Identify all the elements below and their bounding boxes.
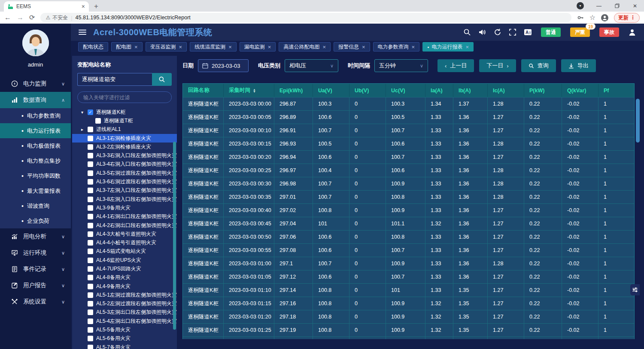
sidebar-subitem-7[interactable]: •企业负荷 — [0, 213, 71, 228]
alarm-level-button-2[interactable]: 事故 — [599, 27, 619, 37]
column-header-0[interactable]: 回路名称 — [183, 84, 224, 97]
tree-checkbox[interactable] — [88, 205, 93, 211]
tab-close-icon[interactable]: × — [82, 3, 85, 10]
column-header-8[interactable]: Ic(A) — [488, 84, 524, 97]
window-minimize-button[interactable]: — — [590, 0, 608, 12]
tree-item-4[interactable]: AL3-2左洞检修插座火灾 — [72, 143, 177, 151]
tree-checkbox[interactable] — [88, 188, 93, 193]
reload-icon[interactable]: ⟳ — [29, 14, 35, 21]
tree-checkbox[interactable] — [88, 231, 93, 237]
tab-7[interactable]: 电力参数查询× — [373, 42, 420, 52]
tree-checkbox[interactable] — [88, 266, 93, 272]
volume-icon[interactable] — [478, 28, 486, 36]
column-header-11[interactable]: Pf — [598, 84, 634, 97]
tree-checkbox[interactable] — [88, 310, 93, 315]
column-header-5[interactable]: Uc(V) — [386, 84, 425, 97]
window-restore-button[interactable] — [608, 0, 626, 12]
table-scrollbar[interactable] — [636, 99, 640, 143]
tree-item-21[interactable]: AL5-1左洞过渡段左侧加强照明火灾 — [72, 291, 177, 299]
new-tab-button[interactable]: + — [91, 1, 102, 12]
close-icon[interactable]: × — [134, 44, 138, 50]
back-icon[interactable]: ← — [4, 14, 11, 21]
close-icon[interactable]: × — [179, 44, 182, 50]
tree-item-0[interactable]: ▾✓逐桐隧道K柜 — [72, 108, 177, 116]
query-button[interactable]: 查询 — [521, 59, 556, 72]
window-close-button[interactable]: ✕ — [626, 0, 644, 12]
station-search-button[interactable] — [152, 73, 172, 86]
tree-checkbox[interactable] — [88, 214, 93, 219]
column-header-10[interactable]: Q(kVar) — [562, 84, 598, 97]
next-day-button[interactable]: 下一日 › — [479, 59, 516, 72]
sidebar-item-2[interactable]: 用电分析∨ — [0, 228, 71, 245]
hamburger-menu-icon[interactable] — [79, 30, 86, 35]
tree-item-27[interactable]: AL5-7备用火灾 — [72, 343, 177, 349]
close-icon[interactable]: × — [228, 44, 232, 50]
tree-item-15[interactable]: AL4-4小桩号引道照明火灾 — [72, 238, 177, 247]
close-icon[interactable]: × — [268, 44, 271, 50]
sidebar-subitem-2[interactable]: •电力极值报表 — [0, 138, 71, 153]
tree-checkbox[interactable] — [88, 240, 93, 246]
interval-select[interactable]: 五分钟 ∨ — [374, 59, 428, 72]
sidebar-subitem-3[interactable]: •电力整点集抄 — [0, 153, 71, 168]
tree-item-5[interactable]: AL3-3右洞入口段左侧加强照明火灾 — [72, 151, 177, 160]
caret-down-icon[interactable]: ▾ — [80, 110, 85, 115]
sidebar-item-1[interactable]: 数据查询∧ — [0, 92, 71, 108]
tab-4[interactable]: 漏电监测× — [240, 42, 276, 52]
tree-checkbox[interactable]: ✓ — [88, 109, 93, 115]
column-header-2[interactable]: Epi(kWh) — [274, 84, 313, 97]
tab-8[interactable]: ●电力运行报表× — [422, 42, 474, 52]
fullscreen-icon[interactable] — [509, 28, 516, 36]
tree-item-11[interactable]: AL3-9备用火灾 — [72, 203, 177, 212]
tab-6[interactable]: 报警信息× — [334, 42, 370, 52]
tree-checkbox[interactable] — [88, 258, 93, 263]
browser-profile-icon[interactable]: ▾ — [577, 2, 584, 9]
browser-avatar-icon[interactable] — [601, 14, 608, 21]
tree-checkbox[interactable] — [88, 319, 93, 324]
tree-item-2[interactable]: ▸进线柜AL1 — [72, 125, 177, 134]
close-icon[interactable]: × — [465, 44, 469, 50]
forward-icon[interactable]: → — [17, 14, 24, 21]
tree-item-9[interactable]: AL3-7左洞入口段左侧加强照明火灾 — [72, 186, 177, 195]
tree-scrollbar[interactable] — [173, 142, 176, 330]
tree-item-23[interactable]: AL5-3左洞出口段左侧加强照明火灾 — [72, 308, 177, 317]
tree-item-12[interactable]: AL4-1右洞出口段左侧加强照明火灾 — [72, 212, 177, 221]
sidebar-subitem-6[interactable]: •谐波查询 — [0, 198, 71, 213]
bookmark-star-icon[interactable]: ☆ — [589, 14, 595, 21]
translate-icon[interactable]: A文 — [524, 28, 532, 36]
menu-dots-icon[interactable]: ⋮ — [630, 15, 635, 21]
tree-checkbox[interactable] — [88, 197, 93, 202]
station-search-input[interactable] — [77, 73, 152, 86]
tab-2[interactable]: 变压器监测× — [146, 42, 187, 52]
tree-checkbox[interactable] — [88, 249, 93, 254]
password-key-icon[interactable] — [577, 14, 584, 21]
close-icon[interactable]: × — [362, 44, 365, 50]
sidebar-item-0[interactable]: 电力监测∨ — [0, 76, 71, 92]
tab-5[interactable]: 高速公路配电图× — [279, 42, 331, 52]
column-header-4[interactable]: Ub(V) — [349, 84, 386, 97]
sidebar-subitem-4[interactable]: •平均功率因数 — [0, 168, 71, 183]
export-button[interactable]: 导出 — [561, 59, 596, 72]
tab-0[interactable]: 配电状态 — [78, 42, 108, 52]
sidebar-item-3[interactable]: 运行环境∨ — [0, 245, 71, 261]
tree-item-3[interactable]: AL3-1右洞检修插座火灾 — [72, 134, 177, 143]
tab-1[interactable]: 配电图× — [111, 42, 143, 52]
alarm-level-button-0[interactable]: 普通 — [541, 27, 561, 37]
user-avatar[interactable] — [22, 30, 49, 56]
tree-item-19[interactable]: AL4-8备用火灾 — [72, 273, 177, 282]
tree-checkbox[interactable] — [95, 118, 101, 124]
sidebar-item-6[interactable]: 系统设置∨ — [0, 294, 71, 310]
tree-checkbox[interactable] — [88, 179, 93, 185]
column-header-1[interactable]: 采集时间▲▼ — [224, 84, 274, 97]
tree-checkbox[interactable] — [88, 144, 93, 150]
tree-checkbox[interactable] — [88, 127, 93, 132]
tree-checkbox[interactable] — [88, 223, 93, 228]
sidebar-item-5[interactable]: 用户报告∨ — [0, 277, 71, 294]
tree-checkbox[interactable] — [88, 345, 93, 349]
prev-day-button[interactable]: ‹ 上一日 — [437, 59, 474, 72]
update-button[interactable]: 更新 ⋮ — [614, 13, 640, 23]
column-settings-button[interactable] — [630, 284, 640, 295]
sidebar-item-4[interactable]: 事件记录∨ — [0, 261, 71, 277]
column-header-9[interactable]: P(kW) — [524, 84, 562, 97]
tree-checkbox[interactable] — [88, 275, 93, 280]
tree-checkbox[interactable] — [88, 136, 93, 141]
